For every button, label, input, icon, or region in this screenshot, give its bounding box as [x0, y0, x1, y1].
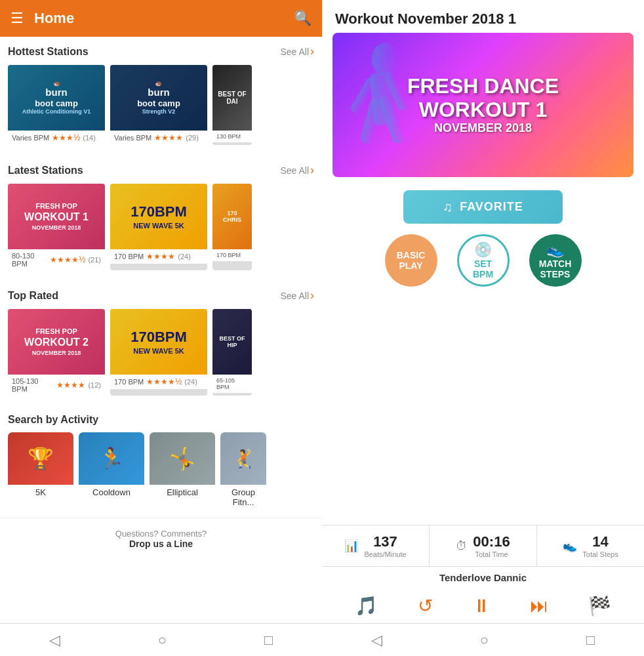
card-170bpm1[interactable]: 170BPM NEW WAVE 5K 170 BPM ★★★★ (24) — [110, 184, 207, 270]
card-fresh-pop2[interactable]: FRESH POP WORKOUT 2 NOVEMBER 2018 105-13… — [8, 309, 105, 396]
burn1-count: (14) — [83, 134, 96, 142]
activity-cooldown-label: Cooldown — [92, 485, 131, 500]
activity-elliptical-image: 🤸 — [150, 432, 215, 485]
card-dai[interactable]: BEST OFDAI 130 BPM — [212, 65, 252, 145]
basic-play-option[interactable]: BASIC PLAY — [385, 234, 437, 287]
activity-elliptical[interactable]: 🤸 Elliptical — [150, 432, 215, 510]
activity-5k[interactable]: 🏆 5K — [8, 432, 73, 510]
svg-point-0 — [372, 43, 398, 75]
right-back-button[interactable]: ◁ — [371, 632, 382, 649]
card-hip[interactable]: BEST OFHIP 65-105 BPM — [212, 309, 252, 396]
170bpm1-text: 170BPM NEW WAVE 5K — [127, 199, 191, 235]
match-line2: STEPS — [539, 269, 572, 279]
favorite-button[interactable]: ♫ FAVORITE — [403, 190, 563, 224]
latest-cards-row: FRESH POP WORKOUT 1 NOVEMBER 2018 80-130… — [8, 184, 314, 270]
170bpm1-stars: ★★★★ — [146, 252, 175, 261]
search-icon[interactable] — [294, 10, 312, 27]
play-options: BASIC PLAY 💿 SET BPM — [385, 234, 582, 287]
right-header: Workout November 2018 1 — [322, 0, 644, 33]
steps-label: Total Steps — [582, 550, 618, 558]
fresh-pop1-stars: ★★★★½ — [50, 255, 85, 264]
fresh-pop1-text: FRESH POP WORKOUT 1 NOVEMBER 2018 — [20, 197, 92, 236]
fresh-pop2-bpm: 105-130 BPM — [12, 377, 54, 393]
left-square-button[interactable]: □ — [264, 632, 273, 649]
activity-cooldown[interactable]: 🏃 Cooldown — [79, 432, 144, 510]
burn2-stars: ★★★★ — [154, 133, 183, 142]
player-stats: 📊 137 Beats/Minute ⏱ 00:16 Total Time 👟 … — [322, 525, 644, 567]
top-rated-cards-row: FRESH POP WORKOUT 2 NOVEMBER 2018 105-13… — [8, 309, 314, 396]
top-rated-see-all[interactable]: See All — [280, 289, 314, 302]
beats-label: Beats/Minute — [364, 550, 406, 558]
steps-icon: 👟 — [563, 539, 577, 553]
hottest-header: Hottest Stations See All — [8, 45, 314, 58]
latest-header: Latest Stations See All — [8, 163, 314, 177]
hip-bpm: 65-105 BPM — [216, 377, 248, 390]
hottest-cards-row: 🦔 burn boot camp Athletic Conditioning V… — [8, 65, 314, 145]
dai-bpm: 130 BPM — [216, 133, 241, 140]
set-line1: SET — [473, 258, 493, 269]
steps-info: 14 Total Steps — [582, 533, 618, 558]
time-icon: ⏱ — [456, 539, 468, 553]
latest-see-all[interactable]: See All — [280, 163, 314, 177]
left-home-button[interactable]: ○ — [158, 632, 167, 649]
favorite-heart-icon: ♫ — [443, 199, 453, 215]
right-square-button[interactable]: □ — [586, 632, 595, 649]
time-info: 00:16 Total Time — [473, 533, 510, 558]
card-burn2-info: Varies BPM ★★★★ (29) — [110, 131, 207, 145]
menu-icon[interactable] — [10, 10, 24, 27]
activity-cooldown-image: 🏃 — [79, 432, 144, 485]
activity-group[interactable]: 🤾 Group Fitn... — [220, 432, 266, 510]
card-burn2[interactable]: 🦔 burn boot camp Strength V2 Varies BPM … — [110, 65, 207, 145]
activity-section: Search by Activity 🏆 5K 🏃 Cooldown — [0, 406, 322, 510]
card-170bpm1-info: 170 BPM ★★★★ (24) — [110, 249, 207, 264]
hottest-see-all[interactable]: See All — [280, 45, 314, 58]
card-fresh-pop1-image: FRESH POP WORKOUT 1 NOVEMBER 2018 — [8, 184, 105, 249]
card-burn1-info: Varies BPM ★★★½ (14) — [8, 131, 105, 145]
match-steps-option[interactable]: 👟 MATCH STEPS — [529, 234, 582, 287]
finish-button[interactable]: 🏁 — [588, 595, 611, 617]
footer-line2[interactable]: Drop us a Line — [10, 539, 312, 549]
left-back-button[interactable]: ◁ — [49, 632, 60, 649]
pause-button[interactable]: ⏸ — [472, 595, 491, 617]
steps-value: 14 — [592, 533, 608, 550]
chris-bpm: 170 BPM — [216, 252, 241, 258]
person-music-button[interactable]: 🎵 — [355, 595, 378, 617]
burn1-stars: ★★★½ — [52, 133, 80, 142]
set-bpm-option[interactable]: 💿 SET BPM — [457, 234, 510, 287]
stat-time: ⏱ 00:16 Total Time — [430, 525, 537, 566]
card-chris-image: 170CHRIS — [212, 184, 252, 249]
track-name: Tenderlove Dannic — [439, 572, 527, 583]
fresh-pop1-count: (21) — [88, 256, 101, 264]
stat-steps: 👟 14 Total Steps — [537, 525, 644, 566]
latest-stations-section: Latest Stations See All FRESH POP WORKOU… — [0, 155, 322, 270]
burn1-bpm: Varies BPM — [12, 134, 49, 142]
match-line1: MATCH — [539, 258, 572, 269]
fresh-pop2-count: (12) — [88, 381, 101, 389]
card-170bpm1-image: 170BPM NEW WAVE 5K — [110, 184, 207, 249]
top-rated-header: Top Rated See All — [8, 289, 314, 302]
right-home-button[interactable]: ○ — [480, 632, 489, 649]
hottest-title: Hottest Stations — [8, 46, 89, 58]
basic-play-circle: BASIC PLAY — [385, 234, 437, 287]
card-170bpm2-info: 170 BPM ★★★★½ (24) — [110, 375, 207, 389]
workout-image-area: FRESH DANCE WORKOUT 1 NOVEMBER 2018 — [322, 33, 644, 177]
card-chris-info: 170 BPM — [212, 249, 252, 261]
card-chris[interactable]: 170CHRIS 170 BPM — [212, 184, 252, 270]
basic-line2: PLAY — [397, 260, 426, 271]
activity-5k-label: 5K — [35, 485, 46, 500]
card-fresh-pop1[interactable]: FRESH POP WORKOUT 1 NOVEMBER 2018 80-130… — [8, 184, 105, 270]
card-170bpm2[interactable]: 170BPM NEW WAVE 5K 170 BPM ★★★★½ (24) — [110, 309, 207, 396]
card-burn1[interactable]: 🦔 burn boot camp Athletic Conditioning V… — [8, 65, 105, 145]
match-steps-circle: 👟 MATCH STEPS — [529, 234, 582, 287]
right-panel: Workout November 2018 1 — [322, 0, 644, 656]
card-burn1-image: 🦔 burn boot camp Athletic Conditioning V… — [8, 65, 105, 131]
burn2-count: (29) — [186, 134, 199, 142]
beats-icon: 📊 — [344, 539, 359, 553]
rewind-button[interactable]: ↺ — [418, 595, 433, 617]
app-header: Home — [0, 0, 322, 37]
action-buttons: ♫ FAVORITE BASIC PLAY 💿 SET — [322, 177, 644, 293]
set-line2: BPM — [473, 269, 493, 279]
skip-button[interactable]: ⏭ — [530, 595, 548, 617]
workout-banner: FRESH DANCE WORKOUT 1 NOVEMBER 2018 — [332, 33, 634, 177]
left-nav-bar: ◁ ○ □ — [0, 623, 322, 656]
